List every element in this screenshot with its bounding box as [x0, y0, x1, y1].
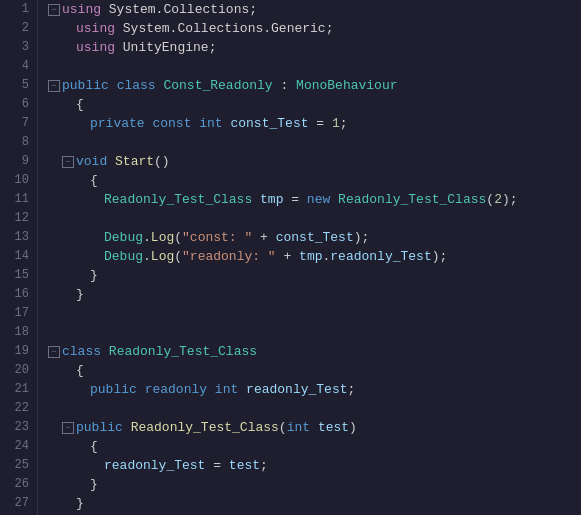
- token: .: [143, 228, 151, 247]
- token: "readonly: ": [182, 247, 276, 266]
- token: readonly_Test: [246, 380, 347, 399]
- token: Readonly_Test_Class: [338, 190, 486, 209]
- token: }: [90, 475, 98, 494]
- token: }: [76, 285, 84, 304]
- collapse-button[interactable]: −: [62, 156, 74, 168]
- line-number: 18: [0, 323, 29, 342]
- token: using: [62, 0, 101, 19]
- token: private: [90, 114, 145, 133]
- code-line: readonly_Test = test;: [48, 456, 581, 475]
- token: }: [76, 494, 84, 513]
- collapse-button[interactable]: −: [48, 346, 60, 358]
- token: +: [252, 228, 275, 247]
- token: MonoBehaviour: [296, 76, 397, 95]
- token: :: [273, 76, 296, 95]
- token: (: [174, 228, 182, 247]
- token: =: [205, 456, 228, 475]
- line-number: 20: [0, 361, 29, 380]
- line-number: 24: [0, 437, 29, 456]
- code-line: Debug.Log("const: " + const_Test);: [48, 228, 581, 247]
- token: [109, 76, 117, 95]
- code-content: −using System.Collections;using System.C…: [38, 0, 581, 515]
- token: ;: [260, 456, 268, 475]
- code-line: {: [48, 437, 581, 456]
- token: int: [199, 114, 222, 133]
- token: {: [76, 361, 84, 380]
- token: Start: [115, 152, 154, 171]
- code-line: −class Readonly_Test_Class: [48, 342, 581, 361]
- token: {: [90, 437, 98, 456]
- token: [252, 190, 260, 209]
- code-line: [48, 323, 581, 342]
- code-line: Readonly_Test_Class tmp = new Readonly_T…: [48, 190, 581, 209]
- token: new: [307, 190, 330, 209]
- code-line: using System.Collections.Generic;: [48, 19, 581, 38]
- token: [191, 114, 199, 133]
- collapse-button[interactable]: −: [48, 80, 60, 92]
- code-line: [48, 399, 581, 418]
- code-line: private const int const_Test = 1;: [48, 114, 581, 133]
- token: Log: [151, 247, 174, 266]
- line-number: 9: [0, 152, 29, 171]
- token: System.Collections.Generic;: [115, 19, 333, 38]
- token: const: [152, 114, 191, 133]
- token: [145, 114, 153, 133]
- token: (: [174, 247, 182, 266]
- code-line: [48, 133, 581, 152]
- token: Debug: [104, 228, 143, 247]
- token: (): [154, 152, 170, 171]
- code-line: −void Start(): [48, 152, 581, 171]
- code-line: {: [48, 95, 581, 114]
- line-number: 3: [0, 38, 29, 57]
- token: using: [76, 19, 115, 38]
- code-line: using UnityEngine;: [48, 38, 581, 57]
- token: 2: [494, 190, 502, 209]
- code-editor: 1234567891011121314151617181920212223242…: [0, 0, 581, 515]
- token: );: [502, 190, 518, 209]
- token: }: [90, 266, 98, 285]
- token: void: [76, 152, 107, 171]
- token: Readonly_Test_Class: [131, 418, 279, 437]
- line-number: 13: [0, 228, 29, 247]
- token: UnityEngine;: [115, 38, 216, 57]
- token: public: [62, 76, 109, 95]
- line-number: 11: [0, 190, 29, 209]
- token: =: [283, 190, 306, 209]
- code-line: {: [48, 361, 581, 380]
- collapse-button[interactable]: −: [48, 4, 60, 16]
- token: [156, 76, 164, 95]
- line-number: 5: [0, 76, 29, 95]
- code-line: [48, 209, 581, 228]
- line-number: 26: [0, 475, 29, 494]
- code-line: }: [48, 494, 581, 513]
- token: "const: ": [182, 228, 252, 247]
- token: 1: [332, 114, 340, 133]
- token: [101, 342, 109, 361]
- line-number: 15: [0, 266, 29, 285]
- code-line: }: [48, 285, 581, 304]
- line-number: 27: [0, 494, 29, 513]
- line-numbers: 1234567891011121314151617181920212223242…: [0, 0, 38, 515]
- token: (: [279, 418, 287, 437]
- token: const_Test: [276, 228, 354, 247]
- token: public: [90, 380, 137, 399]
- token: ): [349, 418, 357, 437]
- collapse-button[interactable]: −: [62, 422, 74, 434]
- line-number: 8: [0, 133, 29, 152]
- token: using: [76, 38, 115, 57]
- token: =: [308, 114, 331, 133]
- token: class: [117, 76, 156, 95]
- token: [207, 380, 215, 399]
- token: .: [322, 247, 330, 266]
- token: public: [76, 418, 123, 437]
- token: {: [76, 95, 84, 114]
- code-line: [48, 304, 581, 323]
- line-number: 22: [0, 399, 29, 418]
- line-number: 21: [0, 380, 29, 399]
- code-line: −public Readonly_Test_Class(int test): [48, 418, 581, 437]
- line-number: 23: [0, 418, 29, 437]
- token: int: [287, 418, 310, 437]
- line-number: 6: [0, 95, 29, 114]
- line-number: 25: [0, 456, 29, 475]
- code-line: −public class Const_Readonly : MonoBehav…: [48, 76, 581, 95]
